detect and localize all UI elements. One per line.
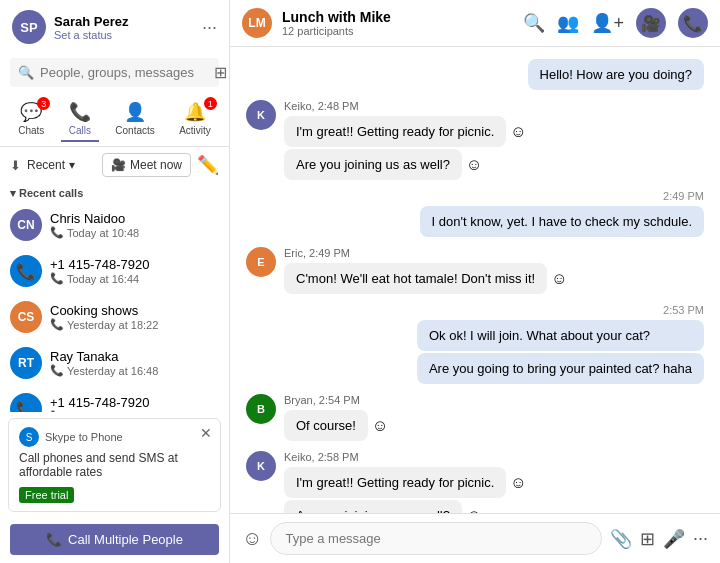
grid-icon[interactable]: ⊞: [214, 63, 227, 82]
message-content: Bryan, 2:54 PM Of course! ☺️: [284, 394, 388, 441]
message-content: Keiko, 2:48 PM I'm great!! Getting ready…: [284, 100, 527, 180]
call-list: CN Chris Naidoo 📞Today at 10:48 📞 +1 415…: [0, 202, 229, 412]
profile-info: Sarah Perez Set a status: [54, 14, 128, 41]
chat-header-info: Lunch with Mike 12 participants: [282, 9, 513, 37]
close-icon[interactable]: ✕: [200, 425, 212, 441]
chevron-icon: ▾: [10, 187, 19, 199]
message-bubble: Are you joining us as well?: [284, 500, 462, 513]
message-sender: Keiko, 2:48 PM: [284, 100, 527, 112]
list-item[interactable]: CN Chris Naidoo 📞Today at 10:48: [0, 202, 229, 248]
call-time: 📞Today at 16:44: [50, 272, 219, 285]
message-row: E Eric, 2:49 PM C'mon! We'll eat hot tam…: [246, 247, 704, 294]
message-bubble: Are you going to bring your painted cat?…: [417, 353, 704, 384]
phone-icon: 📞: [50, 272, 64, 285]
chats-badge: 3: [37, 97, 50, 110]
avatar: 📞: [10, 255, 42, 287]
message-content: Eric, 2:49 PM C'mon! We'll eat hot tamal…: [284, 247, 567, 294]
meet-now-button[interactable]: 🎥 Meet now: [102, 153, 191, 177]
call-multiple-label: Call Multiple People: [68, 532, 183, 547]
message-row: B Bryan, 2:54 PM Of course! ☺️: [246, 394, 704, 441]
emoji-react-icon[interactable]: ☺️: [551, 270, 567, 288]
search-bar: 🔍 ⊞: [10, 58, 219, 87]
message-bubble: I don't know, yet. I have to check my sc…: [420, 206, 704, 237]
voice-call-button[interactable]: 📞: [678, 8, 708, 38]
emoji-react-icon[interactable]: ☺️: [510, 474, 526, 492]
microphone-icon[interactable]: 🎤: [663, 528, 685, 550]
promo-header: S Skype to Phone: [19, 427, 210, 447]
phone-icon: 📞: [50, 410, 64, 412]
message-row: K Keiko, 2:48 PM I'm great!! Getting rea…: [246, 100, 704, 180]
call-info: Ray Tanaka 📞Yesterday at 16:48: [50, 349, 219, 377]
sidebar: SP Sarah Perez Set a status ··· 🔍 ⊞ 💬 3 …: [0, 0, 230, 563]
activity-icon: 🔔: [184, 101, 206, 123]
activity-badge: 1: [204, 97, 217, 110]
list-item[interactable]: CS Cooking shows 📞Yesterday at 18:22: [0, 294, 229, 340]
call-time: 📞Today at 10:48: [50, 226, 219, 239]
add-people-icon[interactable]: 👤+: [591, 12, 624, 34]
attachment-icon[interactable]: 📎: [610, 528, 632, 550]
filter-button[interactable]: Recent ▾: [27, 158, 75, 172]
tab-activity[interactable]: 🔔 1 Activity: [171, 97, 219, 142]
message-bubble: C'mon! We'll eat hot tamale! Don't miss …: [284, 263, 547, 294]
message-row: 2:49 PM I don't know, yet. I have to che…: [246, 190, 704, 237]
chat-area: LM Lunch with Mike 12 participants 🔍 👥 👤…: [230, 0, 720, 563]
avatar: RT: [10, 347, 42, 379]
tab-calls-label: Calls: [69, 125, 91, 136]
tab-contacts[interactable]: 👤 Contacts: [107, 97, 162, 142]
avatar: E: [246, 247, 276, 277]
chat-footer: ☺ 📎 ⊞ 🎤 ···: [230, 513, 720, 563]
contacts-icon: 👤: [124, 101, 146, 123]
format-icon[interactable]: ⊞: [640, 528, 655, 550]
call-multiple-button[interactable]: 📞 Call Multiple People: [10, 524, 219, 555]
message-bubble: Hello! How are you doing?: [528, 59, 704, 90]
more-options-icon[interactable]: ···: [202, 17, 217, 38]
message-content: Hello! How are you doing?: [528, 59, 704, 90]
message-bubble: Of course!: [284, 410, 368, 441]
list-item[interactable]: RT Ray Tanaka 📞Yesterday at 16:48: [0, 340, 229, 386]
new-chat-icon[interactable]: ✏️: [197, 154, 219, 176]
list-item[interactable]: 📞 +1 415-748-7920 📞Today at 16:44: [0, 248, 229, 294]
emoji-react-icon[interactable]: ☺️: [510, 123, 526, 141]
call-name: +1 415-748-7920: [50, 257, 219, 272]
call-time: 📞Yesterday at 18:22: [50, 318, 219, 331]
chevron-down-icon: ▾: [69, 158, 75, 172]
promo-banner: ✕ S Skype to Phone Call phones and send …: [8, 418, 221, 512]
promo-title: Skype to Phone: [45, 431, 123, 443]
video-call-button[interactable]: 🎥: [636, 8, 666, 38]
timestamp: 2:53 PM: [417, 304, 704, 316]
tab-calls[interactable]: 📞 Calls: [61, 97, 99, 142]
skype-icon: S: [19, 427, 39, 447]
participants-icon[interactable]: 👥: [557, 12, 579, 34]
emoji-button[interactable]: ☺: [242, 527, 262, 550]
chat-header: LM Lunch with Mike 12 participants 🔍 👥 👤…: [230, 0, 720, 47]
phone-icon: 📞: [46, 532, 62, 547]
call-name: Chris Naidoo: [50, 211, 219, 226]
search-icon: 🔍: [18, 65, 34, 80]
recent-calls-label: ▾ Recent calls: [0, 183, 229, 202]
filter-row: ⬇ Recent ▾ 🎥 Meet now ✏️: [0, 147, 229, 183]
message-sender: Eric, 2:49 PM: [284, 247, 567, 259]
message-sender: Keiko, 2:58 PM: [284, 451, 527, 463]
call-info: Cooking shows 📞Yesterday at 18:22: [50, 303, 219, 331]
video-icon: 🎥: [111, 158, 126, 172]
phone-icon: 📞: [50, 364, 64, 377]
call-info: Chris Naidoo 📞Today at 10:48: [50, 211, 219, 239]
free-trial-button[interactable]: Free trial: [19, 487, 74, 503]
emoji-react-icon[interactable]: ☺️: [466, 156, 482, 174]
search-input[interactable]: [40, 65, 208, 80]
header-icons: 🔍 👥 👤+ 🎥 📞: [523, 8, 708, 38]
chat-title: Lunch with Mike: [282, 9, 513, 25]
tab-chats[interactable]: 💬 3 Chats: [10, 97, 52, 142]
profile-status[interactable]: Set a status: [54, 29, 128, 41]
meet-now-label: Meet now: [130, 158, 182, 172]
message-input[interactable]: [270, 522, 602, 555]
avatar: K: [246, 100, 276, 130]
message-row: 2:53 PM Ok ok! I will join. What about y…: [246, 304, 704, 384]
search-icon[interactable]: 🔍: [523, 12, 545, 34]
emoji-react-icon[interactable]: ☺️: [372, 417, 388, 435]
nav-tabs: 💬 3 Chats 📞 Calls 👤 Contacts 🔔 1 Activit…: [0, 93, 229, 147]
list-item[interactable]: 📞 +1 415-748-7920 📞Yesterday at 12:30: [0, 386, 229, 412]
more-options-icon[interactable]: ···: [693, 528, 708, 549]
profile-section: SP Sarah Perez Set a status ···: [0, 0, 229, 54]
filter-label: Recent: [27, 158, 65, 172]
